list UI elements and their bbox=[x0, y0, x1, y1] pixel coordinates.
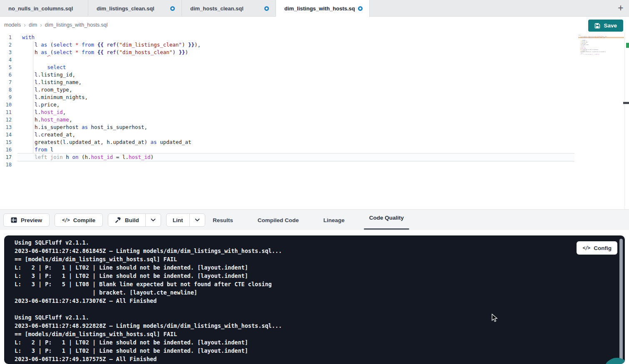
terminal-line: == [models/dim/dim_listings_with_hosts.s… bbox=[15, 330, 282, 338]
code-line: l.price, bbox=[17, 101, 574, 109]
line-number: 6 bbox=[0, 71, 12, 79]
tab-label: Code Quality bbox=[369, 215, 404, 221]
tab-no_nulls_in_columns.sql[interactable]: no_nulls_in_columns.sql bbox=[0, 0, 88, 17]
line-number: 14 bbox=[0, 131, 12, 139]
line-number: 12 bbox=[0, 116, 12, 124]
tab-results[interactable]: Results bbox=[207, 210, 239, 230]
code-lines[interactable]: with l as (select * from {{ ref("dim_lis… bbox=[17, 34, 574, 168]
code-line: h as (select * from {{ ref("dim_hosts_cl… bbox=[17, 49, 574, 56]
terminal-line: 2023-06-06T11:27:48.922828Z – Linting mo… bbox=[15, 322, 282, 330]
terminal-line bbox=[15, 305, 282, 313]
code-line: left join h on (h.host_id = l.host_id) bbox=[17, 154, 574, 161]
tab-dim_hosts_clean.sql[interactable]: dim_hosts_clean.sql bbox=[182, 0, 276, 17]
config-label: Config bbox=[594, 245, 612, 251]
line-number: 9 bbox=[0, 94, 12, 101]
code-line: greatest(l.updated_at, h.updated_at) as … bbox=[17, 139, 574, 146]
breadcrumb-item[interactable]: dim_listings_with_hosts.sql bbox=[45, 22, 108, 28]
build-label: Build bbox=[125, 217, 139, 223]
result-tabs: ResultsCompiled CodeLineageCode Quality bbox=[207, 210, 409, 230]
code-line: from l bbox=[17, 146, 574, 154]
code-line: l.host_id, bbox=[17, 109, 574, 116]
save-label: Save bbox=[604, 22, 617, 29]
line-number: 7 bbox=[0, 79, 12, 86]
code-line: h.is_superhost as host_is_superhost, bbox=[17, 124, 574, 131]
preview-button[interactable]: Preview bbox=[3, 213, 50, 227]
modified-dot-icon bbox=[264, 6, 269, 11]
line-number: 3 bbox=[0, 49, 12, 56]
line-number-gutter: 123456789101112131415161718 bbox=[0, 34, 12, 168]
tab-lineage[interactable]: Lineage bbox=[318, 210, 350, 230]
build-dropdown-button[interactable] bbox=[145, 214, 161, 226]
lint-dropdown-button[interactable] bbox=[189, 214, 205, 226]
code-editor[interactable]: 123456789101112131415161718 with l as (s… bbox=[0, 33, 629, 209]
tab-compiled-code[interactable]: Compiled Code bbox=[252, 210, 304, 230]
preview-label: Preview bbox=[21, 217, 42, 223]
code-line: l.created_at, bbox=[17, 131, 574, 139]
terminal-line: L: 3 | P: 1 | LT02 | Line should not be … bbox=[15, 272, 282, 280]
line-number: 5 bbox=[0, 64, 12, 71]
new-tab-button[interactable]: + bbox=[614, 0, 627, 16]
tab-label: dim_hosts_clean.sql bbox=[190, 5, 261, 12]
line-number: 8 bbox=[0, 86, 12, 94]
config-button[interactable]: </> Config bbox=[577, 241, 617, 255]
code-line: l.minimum_nights, bbox=[17, 94, 574, 101]
tab-dim_listings_with_hosts.sql[interactable]: dim_listings_with_hosts.sql bbox=[276, 0, 370, 17]
breadcrumb-item[interactable]: dim bbox=[29, 22, 37, 28]
save-icon bbox=[594, 23, 600, 29]
lint-button[interactable]: Lint bbox=[167, 214, 189, 226]
action-buttons: Preview </> Compile Build bbox=[3, 213, 205, 227]
tab-dim_listings_clean.sql[interactable]: dim_listings_clean.sql bbox=[88, 0, 182, 17]
modified-dot-icon bbox=[358, 6, 363, 11]
save-button[interactable]: Save bbox=[588, 20, 623, 32]
line-number: 17 bbox=[0, 154, 12, 161]
minimap[interactable]: with l as (select * from {{ ref("dim_lis… bbox=[578, 35, 624, 97]
chevron-down-icon bbox=[195, 218, 200, 222]
terminal-line: 2023-06-06T11:27:42.861845Z – Linting mo… bbox=[15, 247, 282, 255]
hammer-icon bbox=[114, 217, 121, 223]
modified-dot-icon bbox=[170, 6, 175, 11]
code-line: l as (select * from {{ ref("dim_listings… bbox=[17, 41, 574, 49]
lint-button-group: Lint bbox=[166, 213, 205, 227]
code-line: l.listing_id, bbox=[17, 71, 574, 79]
line-number: 13 bbox=[0, 124, 12, 131]
line-number: 2 bbox=[0, 41, 12, 49]
mouse-cursor bbox=[492, 314, 498, 323]
line-number: 11 bbox=[0, 109, 12, 116]
scrollbar-thumb-marker[interactable] bbox=[623, 102, 629, 104]
code-line: select bbox=[17, 64, 574, 71]
line-number: 4 bbox=[0, 56, 12, 64]
lint-label: Lint bbox=[173, 217, 183, 223]
line-number: 10 bbox=[0, 101, 12, 109]
tab-code-quality[interactable]: Code Quality bbox=[364, 210, 409, 230]
plus-icon: + bbox=[618, 2, 623, 14]
tab-label: Results bbox=[213, 217, 233, 223]
terminal-scrollbar[interactable] bbox=[619, 239, 623, 361]
code-icon: </> bbox=[62, 217, 70, 223]
code-icon: </> bbox=[582, 245, 590, 251]
terminal-line: == [models/dim/dim_listings_with_hosts.s… bbox=[15, 255, 282, 263]
breadcrumb-item[interactable]: models bbox=[4, 22, 21, 28]
breadcrumb-separator: › bbox=[40, 22, 42, 28]
terminal-line: Using SQLFluff v2.1.1. bbox=[15, 238, 282, 247]
code-line: h.host_name, bbox=[17, 116, 574, 124]
help-fab-button[interactable] bbox=[604, 358, 625, 364]
scroll-marker-green bbox=[626, 43, 629, 48]
breadcrumb-separator: › bbox=[24, 22, 26, 28]
terminal-line: L: 2 | P: 1 | LT02 | Line should not be … bbox=[15, 263, 282, 272]
terminal-line: L: 3 | P: 5 | LT08 | Blank line expected… bbox=[15, 280, 282, 288]
scroll-annotation-gutter bbox=[624, 33, 629, 209]
tab-label: Lineage bbox=[323, 217, 345, 223]
compile-button[interactable]: </> Compile bbox=[55, 213, 103, 227]
build-button[interactable]: Build bbox=[108, 214, 145, 226]
code-line bbox=[17, 161, 574, 168]
compile-label: Compile bbox=[73, 217, 95, 223]
chevron-down-icon bbox=[151, 218, 156, 222]
file-header-bar: models›dim›dim_listings_with_hosts.sql S… bbox=[0, 17, 629, 33]
tab-label: dim_listings_with_hosts.sql bbox=[284, 5, 355, 12]
tabs-container: no_nulls_in_columns.sqldim_listings_clea… bbox=[0, 0, 370, 16]
terminal-line: | bracket. [layout.cte_newline] bbox=[15, 288, 282, 297]
code-line: with bbox=[17, 34, 574, 41]
editor-tab-bar: no_nulls_in_columns.sqldim_listings_clea… bbox=[0, 0, 629, 17]
tab-label: Compiled Code bbox=[258, 217, 299, 223]
code-line bbox=[578, 55, 624, 56]
